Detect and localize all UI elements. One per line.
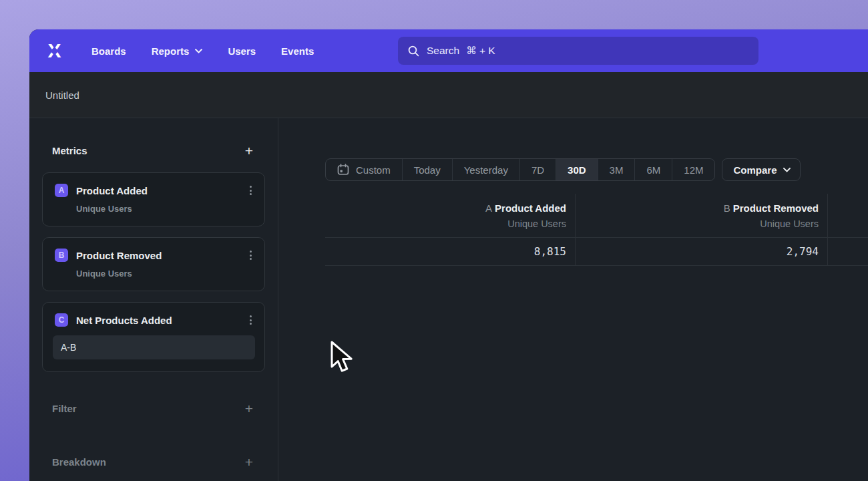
metric-badge: C xyxy=(55,313,68,327)
metrics-label: Metrics xyxy=(52,145,87,156)
tab-yesterday[interactable]: Yesterday xyxy=(453,159,520,180)
kebab-menu-icon[interactable] xyxy=(246,184,255,197)
column-subtitle: Unique Users xyxy=(325,218,566,229)
search-placeholder: Search xyxy=(427,45,459,57)
chevron-down-icon xyxy=(783,168,791,172)
value-cell-a[interactable]: 8,815 xyxy=(325,238,576,266)
kebab-menu-icon[interactable] xyxy=(246,249,255,262)
tab-custom[interactable]: Custom xyxy=(326,159,403,180)
nav-item-label: Boards xyxy=(91,45,126,57)
column-header-a[interactable]: AProduct Added Unique Users xyxy=(325,194,576,238)
kebab-menu-icon[interactable] xyxy=(246,313,255,327)
nav-item-events[interactable]: Events xyxy=(281,45,314,57)
nav-item-label: Reports xyxy=(152,45,190,57)
tab-today[interactable]: Today xyxy=(403,159,453,180)
column-subtitle: Unique Users xyxy=(576,218,819,229)
breakdown-section: Breakdown + xyxy=(42,454,265,470)
breakdown-label: Breakdown xyxy=(52,456,106,468)
tab-7d[interactable]: 7D xyxy=(520,159,556,180)
metric-measurement[interactable]: Unique Users xyxy=(76,204,255,214)
add-filter-button[interactable]: + xyxy=(245,402,253,416)
metrics-header: Metrics + xyxy=(42,144,265,158)
formula-input[interactable]: A-B xyxy=(53,335,255,359)
nav-item-label: Events xyxy=(281,45,314,57)
report-title-bar: Untitled xyxy=(29,72,868,118)
compare-button[interactable]: Compare xyxy=(722,158,800,181)
metric-name: Net Products Added xyxy=(76,315,246,326)
tab-label: Today xyxy=(414,164,441,176)
tab-label: 7D xyxy=(531,164,544,176)
top-nav: X Boards Reports Users Events Search ⌘ +… xyxy=(29,29,868,72)
chevron-down-icon xyxy=(195,49,202,53)
date-range-tabs: Custom Today Yesterday 7D 30D 3M 6M 12M xyxy=(325,158,715,181)
metric-card-header: C Net Products Added xyxy=(55,313,255,327)
search-shortcut: ⌘ + K xyxy=(466,45,495,57)
nav-menu: Boards Reports Users Events xyxy=(91,45,339,57)
tab-label: 6M xyxy=(646,164,660,176)
results-table: AProduct Added Unique Users BProduct Rem… xyxy=(325,194,868,266)
value-cell-c-cropped xyxy=(828,238,868,266)
report-title[interactable]: Untitled xyxy=(45,90,79,101)
search-input[interactable]: Search ⌘ + K xyxy=(398,37,758,65)
nav-item-users[interactable]: Users xyxy=(228,45,256,57)
tab-label: Custom xyxy=(356,164,391,176)
search-icon xyxy=(408,45,419,57)
column-title: Product Added xyxy=(495,202,566,214)
add-metric-button[interactable]: + xyxy=(245,144,253,158)
metric-card-header: B Product Removed xyxy=(55,249,255,262)
main-content: Custom Today Yesterday 7D 30D 3M 6M 12M … xyxy=(278,118,868,481)
nav-item-boards[interactable]: Boards xyxy=(91,45,126,57)
date-controls: Custom Today Yesterday 7D 30D 3M 6M 12M … xyxy=(325,158,801,181)
metric-name: Product Removed xyxy=(76,250,246,261)
metric-badge: A xyxy=(55,184,68,197)
metric-card-c[interactable]: C Net Products Added A-B xyxy=(42,302,265,372)
metric-card-a[interactable]: A Product Added Unique Users xyxy=(42,172,265,226)
tab-label: 3M xyxy=(610,164,624,176)
metric-measurement[interactable]: Unique Users xyxy=(76,269,255,279)
tab-6m[interactable]: 6M xyxy=(635,159,672,180)
metric-card-header: A Product Added xyxy=(55,184,255,197)
add-breakdown-button[interactable]: + xyxy=(245,455,253,469)
value-cell-b[interactable]: 2,794 xyxy=(576,238,828,266)
column-header-c-cropped xyxy=(828,194,868,238)
nav-item-reports[interactable]: Reports xyxy=(152,45,203,57)
column-badge-letter: B xyxy=(724,202,730,214)
mixpanel-logo[interactable]: X xyxy=(44,40,64,61)
metric-name: Product Added xyxy=(76,185,246,196)
tab-30d[interactable]: 30D xyxy=(556,159,598,180)
query-sidebar: Metrics + A Product Added Unique Users B… xyxy=(29,118,278,481)
tab-label: Yesterday xyxy=(464,164,508,176)
tab-label: 12M xyxy=(684,164,703,176)
column-badge-letter: A xyxy=(485,202,492,214)
nav-item-label: Users xyxy=(228,45,256,57)
workspace: Metrics + A Product Added Unique Users B… xyxy=(29,118,868,481)
column-header-b[interactable]: BProduct Removed Unique Users xyxy=(576,194,828,238)
metric-badge: B xyxy=(55,249,68,262)
tab-3m[interactable]: 3M xyxy=(598,159,636,180)
compare-label: Compare xyxy=(733,164,777,176)
app-window: X Boards Reports Users Events Search ⌘ +… xyxy=(29,29,868,481)
column-title: Product Removed xyxy=(733,202,819,214)
tab-12m[interactable]: 12M xyxy=(672,159,714,180)
tab-label: 30D xyxy=(568,164,586,176)
filter-label: Filter xyxy=(52,403,77,414)
metric-card-b[interactable]: B Product Removed Unique Users xyxy=(42,237,265,291)
filter-section: Filter + xyxy=(42,400,265,416)
calendar-icon xyxy=(337,164,349,176)
